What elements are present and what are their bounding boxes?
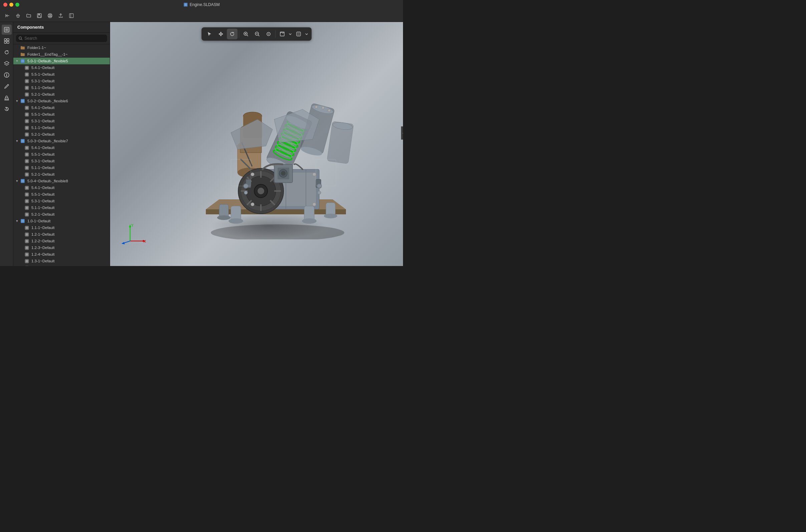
tree-toggle[interactable]: ▼ xyxy=(15,59,19,63)
panel-toggle-button[interactable] xyxy=(67,11,76,20)
tree-toggle xyxy=(19,92,23,97)
svg-rect-77 xyxy=(26,233,28,236)
viewport[interactable]: Y X xyxy=(110,22,403,266)
collapse-handle[interactable]: ◀ xyxy=(401,126,403,140)
tree-item-5-1-1a[interactable]: 5.1-1~Default xyxy=(13,84,110,91)
tree-item-icon xyxy=(24,105,29,110)
tree-item-5-0-1[interactable]: ▼5.0-1~Default-_flexible5 xyxy=(13,58,110,64)
vp-zoom-out-button[interactable] xyxy=(252,28,262,39)
panel-header: Components xyxy=(13,22,110,33)
sidebar-btn-refresh[interactable] xyxy=(2,48,12,57)
vp-display-dropdown[interactable] xyxy=(304,32,309,36)
vp-display-button[interactable] xyxy=(293,28,304,39)
svg-point-9 xyxy=(51,15,51,16)
tree-item-5-1-1d[interactable]: 5.1-1~Default xyxy=(13,204,110,211)
vp-select-button[interactable] xyxy=(204,28,215,39)
tree-item-5-1-1b[interactable]: 5.1-1~Default xyxy=(13,124,110,131)
tree-item-5-4-1b[interactable]: 5.4-1~Default xyxy=(13,104,110,111)
tree-item-label: 1.1-1~Default xyxy=(30,226,110,230)
sidebar-btn-grid[interactable] xyxy=(2,36,12,46)
sidebar-btn-stamp[interactable] xyxy=(2,93,12,103)
tree-item-label: 1.2-4~Default xyxy=(30,252,110,256)
tree-item-5-0-4[interactable]: ▼5.0-4~Default-_flexible8 xyxy=(13,178,110,184)
home-button[interactable] xyxy=(13,11,23,20)
tree-toggle[interactable]: ▼ xyxy=(15,218,19,223)
tree-item-label: 5.0-1~Default-_flexible5 xyxy=(26,59,110,63)
tree-item-5-2-1b[interactable]: 5.2-1~Default xyxy=(13,131,110,138)
tree-toggle[interactable]: ▼ xyxy=(15,179,19,183)
sidebar-btn-history[interactable] xyxy=(2,104,12,114)
sidebar-btn-layers[interactable] xyxy=(2,59,12,69)
tree-item-5-4-1c[interactable]: 5.4-1~Default xyxy=(13,144,110,151)
tree-item-5-3-1a[interactable]: 5.3-1~Default xyxy=(13,78,110,84)
svg-rect-79 xyxy=(26,240,28,242)
tree-item-1-0-1[interactable]: ▼1.0-1~Default xyxy=(13,218,110,224)
svg-rect-67 xyxy=(26,200,28,202)
tree-item-5-0-2[interactable]: ▼5.0-2~Default-_flexible6 xyxy=(13,98,110,104)
tree-item-5-5-1a[interactable]: 5.5-1~Default xyxy=(13,71,110,78)
svg-rect-55 xyxy=(26,160,28,162)
export-button[interactable] xyxy=(56,11,66,20)
back-button[interactable] xyxy=(3,11,12,20)
svg-point-154 xyxy=(302,218,317,224)
folder-button[interactable] xyxy=(24,11,33,20)
tree-toggle xyxy=(19,165,23,170)
tree-item-1-3-1[interactable]: 1.3-1~Default xyxy=(13,258,110,264)
vp-view-button[interactable] xyxy=(277,28,288,39)
tree-item-5-3-1b[interactable]: 5.3-1~Default xyxy=(13,118,110,124)
tree-item-5-2-1c[interactable]: 5.2-1~Default xyxy=(13,171,110,178)
svg-rect-43 xyxy=(26,120,28,122)
tree-item-1-1-1[interactable]: 1.1-1~Default xyxy=(13,224,110,231)
tree-item-1-2-1[interactable]: 1.2-1~Default xyxy=(13,231,110,238)
tree-item-5-4-1d[interactable]: 5.4-1~Default xyxy=(13,184,110,191)
tree-item-5-5-1c[interactable]: 5.5-1~Default xyxy=(13,151,110,158)
tree-toggle xyxy=(19,125,23,130)
tree-container[interactable]: Folder1-1~Folder1__EndTag__-1~▼5.0-1~Def… xyxy=(13,44,110,266)
tree-toggle xyxy=(19,239,23,243)
tree-item-1-4-1[interactable]: 1.4-1~Default xyxy=(13,264,110,266)
tree-item-1-2-3[interactable]: 1.2-3~Default xyxy=(13,244,110,251)
tree-item-5-0-3[interactable]: ▼5.0-3~Default-_flexible7 xyxy=(13,138,110,144)
svg-point-19 xyxy=(6,74,7,74)
save-button[interactable] xyxy=(35,11,44,20)
tree-item-1-2-4[interactable]: 1.2-4~Default xyxy=(13,251,110,258)
vp-rotate-button[interactable] xyxy=(227,28,238,39)
tree-item-5-3-1d[interactable]: 5.3-1~Default xyxy=(13,198,110,204)
search-wrapper xyxy=(16,35,107,42)
vp-zoom-in-button[interactable] xyxy=(240,28,251,39)
tree-item-5-1-1c[interactable]: 5.1-1~Default xyxy=(13,164,110,171)
search-input[interactable] xyxy=(24,36,105,41)
tree-item-5-2-1a[interactable]: 5.2-1~Default xyxy=(13,91,110,98)
svg-rect-69 xyxy=(26,207,28,209)
tree-toggle[interactable]: ▼ xyxy=(15,99,19,103)
sidebar-btn-pen[interactable] xyxy=(2,81,12,91)
tree-item-5-4-1a[interactable]: 5.4-1~Default xyxy=(13,64,110,71)
svg-rect-85 xyxy=(26,260,28,262)
vp-view-dropdown[interactable] xyxy=(288,32,293,36)
vp-fit-button[interactable] xyxy=(263,28,274,39)
tree-item-5-5-1b[interactable]: 5.5-1~Default xyxy=(13,111,110,118)
tree-item-1-2-2[interactable]: 1.2-2~Default xyxy=(13,238,110,244)
tree-item-5-3-1c[interactable]: 5.3-1~Default xyxy=(13,158,110,164)
sidebar-btn-info[interactable] xyxy=(2,70,12,80)
print-button[interactable] xyxy=(45,11,55,20)
tree-item-icon xyxy=(24,198,29,204)
close-button[interactable] xyxy=(3,3,7,7)
tree-toggle xyxy=(19,112,23,117)
tree-item-icon xyxy=(24,205,29,210)
tree-item-label: 5.2-1~Default xyxy=(30,132,110,136)
vp-move-button[interactable] xyxy=(216,28,226,39)
tree-toggle xyxy=(19,185,23,190)
maximize-button[interactable] xyxy=(15,3,19,7)
minimize-button[interactable] xyxy=(10,3,13,7)
tree-item-label: 5.4-1~Default xyxy=(30,106,110,110)
sidebar-btn-part[interactable] xyxy=(2,25,12,35)
tree-item-5-5-1d[interactable]: 5.5-1~Default xyxy=(13,191,110,198)
components-panel: Components Folder1-1~Folder1__EndTag__-1… xyxy=(13,22,110,266)
svg-rect-4 xyxy=(38,14,40,15)
tree-item-label: 5.2-1~Default xyxy=(30,172,110,176)
tree-item-folder1[interactable]: Folder1-1~ xyxy=(13,44,110,51)
tree-item-folder1end[interactable]: Folder1__EndTag__-1~ xyxy=(13,51,110,58)
tree-item-5-2-1d[interactable]: 5.2-1~Default xyxy=(13,211,110,218)
tree-toggle[interactable]: ▼ xyxy=(15,139,19,143)
